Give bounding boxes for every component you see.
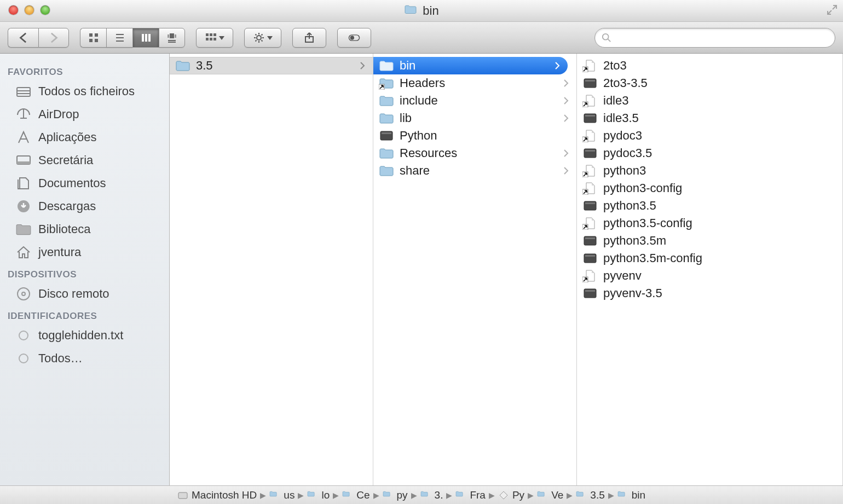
path-segment[interactable]: bin xyxy=(617,489,645,501)
sidebar-item[interactable]: Descargas xyxy=(0,195,169,218)
search-icon xyxy=(602,33,611,43)
file-name: idle3 xyxy=(603,94,837,108)
sidebar-item[interactable]: Todos os ficheiros xyxy=(0,80,169,103)
icon-view-button[interactable] xyxy=(80,28,106,48)
file-row[interactable]: lib xyxy=(373,109,576,127)
file-name: 2to3 xyxy=(603,59,837,73)
path-segment[interactable]: Fra xyxy=(455,489,486,501)
path-segment[interactable]: Ve xyxy=(537,489,563,501)
sidebar-item-label: Todos os ficheiros xyxy=(38,84,135,99)
file-row[interactable]: idle3 xyxy=(577,92,842,109)
sidebar-item[interactable]: Todos… xyxy=(0,347,169,370)
folder-icon xyxy=(269,490,280,500)
file-row[interactable]: include xyxy=(373,92,576,109)
file-row[interactable]: pyvenv xyxy=(577,267,842,285)
file-row[interactable]: Python xyxy=(373,127,576,144)
path-separator-icon: ▶ xyxy=(528,491,534,500)
path-separator-icon: ▶ xyxy=(446,491,452,500)
svg-rect-13 xyxy=(89,33,93,37)
coverflow-view-button[interactable] xyxy=(159,28,185,48)
path-separator-icon: ▶ xyxy=(489,491,495,500)
toolbar xyxy=(0,22,843,54)
sidebar-section-header: IDENTIFICADORES xyxy=(0,305,169,324)
sidebar-item[interactable]: Aplicações xyxy=(0,126,169,149)
minimize-window-button[interactable] xyxy=(25,5,34,15)
sidebar: FAVORITOSTodos os ficheirosAirDropAplica… xyxy=(0,54,170,485)
file-name: lib xyxy=(400,111,558,125)
tags-button[interactable] xyxy=(337,28,371,48)
forward-button[interactable] xyxy=(38,28,69,48)
chevron-right-icon xyxy=(563,111,571,125)
file-row[interactable]: Resources xyxy=(373,144,576,162)
file-row[interactable]: pyvenv-3.5 xyxy=(577,285,842,302)
file-row[interactable]: pydoc3.5 xyxy=(577,144,842,162)
column-view-button[interactable] xyxy=(132,28,159,48)
sidebar-item[interactable]: jventura xyxy=(0,241,169,264)
folder-icon xyxy=(455,490,466,500)
file-row[interactable]: python3.5m xyxy=(577,232,842,250)
file-row[interactable]: bin xyxy=(373,57,568,74)
hard-drive-icon xyxy=(177,490,188,500)
chevron-right-icon xyxy=(555,59,562,73)
path-segment[interactable]: Ce xyxy=(342,489,369,501)
file-name: python3.5-config xyxy=(603,216,837,230)
svg-rect-32 xyxy=(210,38,212,40)
fullscreen-button[interactable] xyxy=(825,3,839,16)
file-row[interactable]: python3.5m-config xyxy=(577,250,842,267)
list-view-button[interactable] xyxy=(106,28,132,48)
exec-icon xyxy=(582,77,598,90)
sidebar-item[interactable]: AirDrop xyxy=(0,103,169,126)
svg-line-39 xyxy=(256,34,257,35)
path-segment[interactable]: lo xyxy=(307,489,330,501)
path-segment[interactable]: 3. xyxy=(420,489,443,501)
disc-icon xyxy=(15,287,32,301)
exec-icon xyxy=(582,199,598,212)
sidebar-item[interactable]: Documentos xyxy=(0,172,169,195)
file-name: pyvenv xyxy=(603,269,837,283)
sidebar-item[interactable]: Biblioteca xyxy=(0,218,169,241)
path-segment[interactable]: 3.5 xyxy=(576,489,604,501)
file-name: python3.5 xyxy=(603,199,837,213)
svg-rect-31 xyxy=(206,38,209,40)
file-row[interactable]: share xyxy=(373,162,576,179)
back-button[interactable] xyxy=(8,28,38,48)
file-row[interactable]: pydoc3 xyxy=(577,127,842,144)
zoom-window-button[interactable] xyxy=(41,5,50,15)
file-name: bin xyxy=(400,59,549,73)
file-name: pydoc3.5 xyxy=(603,146,837,160)
path-segment[interactable]: Py xyxy=(498,489,524,501)
alias-doc-icon xyxy=(582,94,598,107)
file-row[interactable]: 2to3 xyxy=(577,57,842,74)
close-window-button[interactable] xyxy=(9,5,18,15)
file-row[interactable]: python3-config xyxy=(577,179,842,197)
svg-rect-24 xyxy=(168,34,169,38)
file-row[interactable]: python3.5 xyxy=(577,197,842,215)
sidebar-item[interactable]: togglehidden.txt xyxy=(0,324,169,347)
path-segment[interactable]: us xyxy=(269,489,295,501)
tag-icon xyxy=(15,328,32,343)
sidebar-item[interactable]: Secretária xyxy=(0,149,169,172)
arrange-button[interactable] xyxy=(196,28,233,48)
sidebar-item-label: Todos… xyxy=(38,351,83,366)
file-row[interactable]: idle3.5 xyxy=(577,109,842,127)
search-field[interactable] xyxy=(594,28,835,48)
file-row[interactable]: 3.5 xyxy=(170,57,373,74)
file-name: idle3.5 xyxy=(603,111,837,125)
file-row[interactable]: python3.5-config xyxy=(577,215,842,232)
chevron-right-icon xyxy=(563,164,571,178)
file-row[interactable]: 2to3-3.5 xyxy=(577,74,842,92)
file-row[interactable]: Headers xyxy=(373,74,576,92)
share-button[interactable] xyxy=(292,28,326,48)
search-input[interactable] xyxy=(615,32,828,43)
action-gear-button[interactable] xyxy=(244,28,281,48)
path-segment[interactable]: py xyxy=(383,489,408,501)
path-segment[interactable]: Macintosh HD xyxy=(177,489,257,501)
svg-point-34 xyxy=(257,36,261,40)
path-segment-label: Macintosh HD xyxy=(192,489,257,501)
file-row[interactable]: python3 xyxy=(577,162,842,179)
path-segment-label: Ce xyxy=(356,489,369,501)
sidebar-item[interactable]: Disco remoto xyxy=(0,282,169,305)
folder-icon xyxy=(379,94,394,107)
path-bar: Macintosh HD▶us▶lo▶Ce▶py▶3.▶Fra▶Py▶Ve▶3.… xyxy=(0,485,843,504)
file-name: share xyxy=(400,164,558,178)
